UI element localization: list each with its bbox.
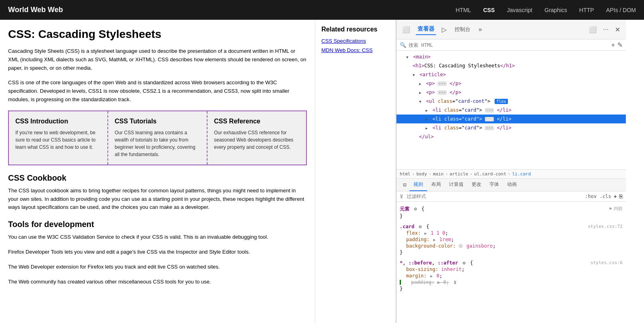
style-tab-font[interactable]: 字体 [485, 179, 503, 191]
triangle-down-icon [413, 71, 417, 78]
tree-li3[interactable]: <li class="card"> ··· </li> [396, 123, 626, 132]
universal-rule-close: } [400, 286, 623, 292]
universal-padding-line: padding: ▶ 0; ⊻ [400, 279, 623, 285]
padding-arrow[interactable]: ▶ [433, 238, 436, 242]
card-bgcolor-line: background-color: gainsboro; [400, 243, 623, 249]
breadcrumb-li[interactable]: li.card [512, 171, 531, 177]
tree-article[interactable]: <article> [396, 70, 626, 79]
tools-text-3: The Web Developer extension for Firefox … [8, 263, 307, 271]
devtools-inspect-icon[interactable]: ⬜ [400, 24, 413, 35]
card-introduction: CSS Introduction If you're new to web de… [9, 111, 108, 165]
sidebar-link-0[interactable]: CSS Specifications [321, 38, 390, 44]
filter-styles-input[interactable] [407, 194, 582, 199]
search-add-icon[interactable]: + [611, 42, 615, 49]
universal-file: styles.css:6 [591, 260, 623, 265]
tree-ul[interactable]: <ul class="card-cont"> flex [396, 97, 626, 106]
devtools-search-bar: 🔍 + ✎ [396, 40, 626, 51]
universal-selector-line: *, ::before, ::after ⚙ { styles.css:6 [400, 260, 623, 266]
breadcrumb-article[interactable]: article [449, 171, 468, 177]
element-rule-block: 元素 ⚙ { 内联 ▶ } [400, 206, 623, 219]
main-nav: HTML CSS Javascript Graphics HTTP APIs /… [456, 5, 636, 15]
tree-p2[interactable]: <p> ··· </p> [396, 88, 626, 97]
universal-margin-line: margin: ▶ 0; [400, 273, 623, 279]
devtools-toolbar-right: ⬜ ··· ✕ [586, 24, 623, 35]
filter-icon: ⊻ [400, 194, 403, 199]
style-tab-animation[interactable]: 动画 [503, 179, 521, 191]
card-tutorials: CSS Tutorials Our CSS learning area cont… [108, 111, 208, 165]
nav-css[interactable]: CSS [483, 5, 495, 15]
tools-text-1: You can use the W3C CSS Validation Servi… [8, 233, 307, 242]
nav-javascript[interactable]: Javascript [507, 5, 532, 15]
nav-apis-dom[interactable]: APIs / DOM [606, 5, 636, 15]
search-pick-icon[interactable]: ✎ [617, 41, 623, 49]
breadcrumb-main[interactable]: main [433, 171, 444, 177]
devtools-tab-console[interactable]: 控制台 [452, 24, 473, 35]
devtools-options-icon[interactable]: ··· [601, 24, 611, 35]
devtools-more-tabs-icon[interactable]: » [476, 24, 485, 35]
card-title-1: CSS Tutorials [115, 118, 200, 125]
universal-boxsizing-line: box-sizing: inherit; [400, 267, 623, 272]
tree-li1[interactable]: <li class="card"> ··· </li> [396, 106, 626, 115]
tree-p1[interactable]: <p> ··· </p> [396, 79, 626, 88]
triangle-right-icon [419, 89, 423, 96]
html-search-input[interactable] [409, 42, 609, 48]
margin-arrow[interactable]: ▶ [430, 274, 433, 278]
sidebar-title: Related resources [321, 26, 390, 33]
triangle-down-icon [406, 53, 410, 60]
breadcrumb-ul[interactable]: ul.card-cont [474, 171, 506, 177]
style-tab-layout[interactable]: 布局 [427, 179, 445, 191]
card-rule-block: .card ⚙ { styles.css:72 flex: ▶ 1 1 0; p… [400, 224, 623, 255]
style-tab-computed[interactable]: 计算值 [445, 179, 468, 191]
hov-cls-label[interactable]: :hov .cls [585, 194, 611, 199]
element-selector-line: 元素 ⚙ { 内联 ▶ [400, 206, 623, 213]
devtools-console-icon[interactable]: ▷ [439, 24, 449, 35]
intro-paragraph-2: CSS is one of the core languages of the … [8, 79, 307, 104]
style-tab-rules[interactable]: 规则 [409, 179, 427, 191]
flex-arrow[interactable]: ▶ [424, 231, 427, 235]
nav-http[interactable]: HTTP [579, 5, 594, 15]
close-icon-element: ▶ [609, 206, 612, 211]
style-tabs: ⊡ 规则 布局 计算值 更改 字体 动画 [396, 179, 626, 192]
filter-add-rule-button[interactable]: + [614, 193, 617, 200]
filter-copy-button[interactable]: ⎘ [619, 193, 623, 200]
style-tab-changes[interactable]: 更改 [468, 179, 485, 191]
related-resources-sidebar: Related resources CSS Specifications MDN… [315, 20, 396, 323]
devtools-breadcrumb: html › body › main › article › ul.card-c… [396, 169, 626, 179]
breadcrumb-html[interactable]: html [400, 171, 411, 177]
universal-settings-icon: ⚙ [463, 260, 466, 266]
card-padding-line: padding: ▶ 1rem; [400, 237, 623, 242]
triangle-right-icon [419, 80, 423, 87]
nav-html[interactable]: HTML [456, 5, 471, 15]
filter-bar: ⊻ :hov .cls + ⎘ [396, 192, 626, 202]
nav-graphics[interactable]: Graphics [545, 5, 567, 15]
devtools-close-icon[interactable]: ✕ [613, 24, 623, 35]
filter-right-controls: :hov .cls + ⎘ [585, 193, 623, 200]
tree-li2-selected[interactable]: <li class="card"> ··· </li> [396, 115, 626, 123]
card-text-1: Our CSS learning area contains a wealth … [115, 129, 200, 158]
tools-text-2: Firefox Developer Tools lets you view an… [8, 248, 307, 256]
search-icon: 🔍 [400, 42, 406, 48]
html-tree[interactable]: <main> <h1>CSS: Cascading Stylesheets</h… [396, 51, 626, 169]
devtools-responsive-icon[interactable]: ⬜ [586, 24, 599, 35]
card-title-0: CSS Introduction [15, 118, 101, 125]
element-selector: 元素 [400, 206, 409, 212]
tree-h1[interactable]: <h1>CSS: Cascading Stylesheets</h1> [396, 61, 626, 70]
color-swatch-gainsboro[interactable] [459, 244, 463, 248]
sidebar-link-1[interactable]: MDN Web Docs: CSS [321, 47, 390, 53]
card-settings-icon: ⚙ [419, 224, 422, 229]
devtools-header: ⬜ 查看器 ▷ 控制台 » ⬜ ··· ✕ [396, 20, 626, 40]
breadcrumb-body[interactable]: body [416, 171, 427, 177]
triangle-right-icon [426, 124, 430, 131]
card-rule-close: } [400, 250, 623, 255]
header: World Web Web HTML CSS Javascript Graphi… [0, 0, 644, 20]
triangle-right-icon [426, 106, 430, 114]
green-bar-icon [400, 280, 401, 285]
card-text-2: Our exhaustive CSS reference for seasone… [214, 129, 300, 151]
style-box-icon[interactable]: ⊡ [400, 179, 409, 190]
card-title-2: CSS Reference [214, 118, 300, 125]
triangle-down-icon [419, 98, 423, 105]
site-title: World Web Web [8, 6, 63, 14]
tree-main[interactable]: <main> [396, 52, 626, 61]
devtools-tab-viewer[interactable]: 查看器 [416, 24, 436, 35]
tree-ul-close[interactable]: </ul> [396, 132, 626, 141]
